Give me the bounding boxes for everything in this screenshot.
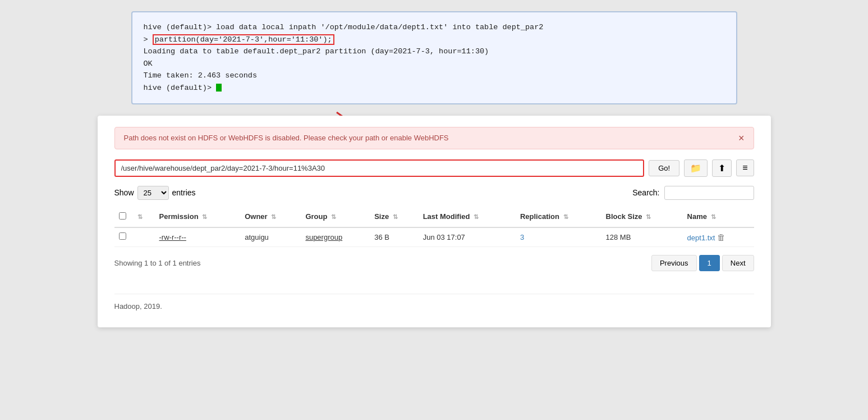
terminal-block: hive (default)> load data local inpath '… <box>131 11 737 104</box>
row-checkbox[interactable] <box>119 232 126 240</box>
col-group[interactable]: Group ⇅ <box>301 207 370 227</box>
terminal-line-6: hive (default)> <box>144 82 725 94</box>
folder-icon-button[interactable]: 📁 <box>684 159 708 177</box>
files-table: ⇅ Permission ⇅ Owner ⇅ Group ⇅ Size ⇅ La… <box>114 207 754 247</box>
terminal-line-2: > partition(day='2021-7-3',hour='11:30')… <box>144 34 725 46</box>
col-last-modified[interactable]: Last Modified ⇅ <box>419 207 516 227</box>
entries-select[interactable]: 10 25 50 100 <box>137 186 169 200</box>
show-entries-row: Show 10 25 50 100 entries Search: <box>114 186 754 200</box>
col-sort[interactable]: ⇅ <box>131 207 155 227</box>
select-all-checkbox[interactable] <box>119 212 126 220</box>
delete-icon[interactable]: 🗑 <box>717 232 725 242</box>
next-button[interactable]: Next <box>722 255 754 271</box>
col-permission[interactable]: Permission ⇅ <box>155 207 241 227</box>
terminal-line-5: Time taken: 2.463 seconds <box>144 70 725 82</box>
terminal-cursor <box>216 84 222 92</box>
terminal-line-1: hive (default)> load data local inpath '… <box>144 21 725 34</box>
page-1-button[interactable]: 1 <box>699 255 720 271</box>
entries-label: entries <box>172 188 196 197</box>
footer-text: Hadoop, 2019. <box>114 302 162 311</box>
file-link[interactable]: dept1.txt <box>687 234 715 242</box>
terminal-highlight: partition(day='2021-7-3',hour='11:30'); <box>153 34 334 45</box>
col-name[interactable]: Name ⇅ <box>683 207 754 227</box>
error-close-button[interactable]: × <box>738 133 745 143</box>
col-replication[interactable]: Replication ⇅ <box>516 207 601 227</box>
owner-cell: atguigu <box>240 227 301 247</box>
path-bar: Go! 📁 ⬆ ≡ <box>114 159 754 177</box>
table-header-row: ⇅ Permission ⇅ Owner ⇅ Group ⇅ Size ⇅ La… <box>114 207 754 227</box>
col-block-size[interactable]: Block Size ⇅ <box>601 207 683 227</box>
error-banner: Path does not exist on HDFS or WebHDFS i… <box>114 127 754 149</box>
showing-text: Showing 1 to 1 of 1 entries <box>114 259 201 267</box>
search-area: Search: <box>632 186 754 200</box>
name-cell: dept1.txt 🗑 <box>683 227 754 247</box>
block-size-cell: 128 MB <box>601 227 683 247</box>
last-modified-cell: Jun 03 17:07 <box>419 227 516 247</box>
size-cell: 36 B <box>370 227 419 247</box>
search-label: Search: <box>632 188 659 197</box>
show-label: Show <box>114 188 134 197</box>
terminal-line-3: Loading data to table default.dept_par2 … <box>144 45 725 58</box>
upload-icon-button[interactable]: ⬆ <box>712 159 732 177</box>
replication-cell: 3 <box>516 227 601 247</box>
pagination: Previous 1 Next <box>651 255 754 271</box>
col-owner[interactable]: Owner ⇅ <box>240 207 301 227</box>
terminal-line2-before: > <box>144 35 153 44</box>
error-message: Path does not exist on HDFS or WebHDFS i… <box>124 134 449 142</box>
terminal-line-4: OK <box>144 58 725 70</box>
table-row: -rw-r--r-- atguigu supergroup 36 B Jun 0… <box>114 227 754 247</box>
path-input[interactable] <box>114 159 645 177</box>
panel-footer: Hadoop, 2019. <box>114 294 754 311</box>
permission-cell: -rw-r--r-- <box>155 227 241 247</box>
go-button[interactable]: Go! <box>649 160 679 176</box>
previous-button[interactable]: Previous <box>651 255 697 271</box>
col-size[interactable]: Size ⇅ <box>370 207 419 227</box>
list-icon-button[interactable]: ≡ <box>736 159 754 176</box>
search-input[interactable] <box>664 186 754 200</box>
group-cell: supergroup <box>301 227 370 247</box>
table-footer: Showing 1 to 1 of 1 entries Previous 1 N… <box>114 255 754 271</box>
main-panel: Path does not exist on HDFS or WebHDFS i… <box>98 116 771 327</box>
